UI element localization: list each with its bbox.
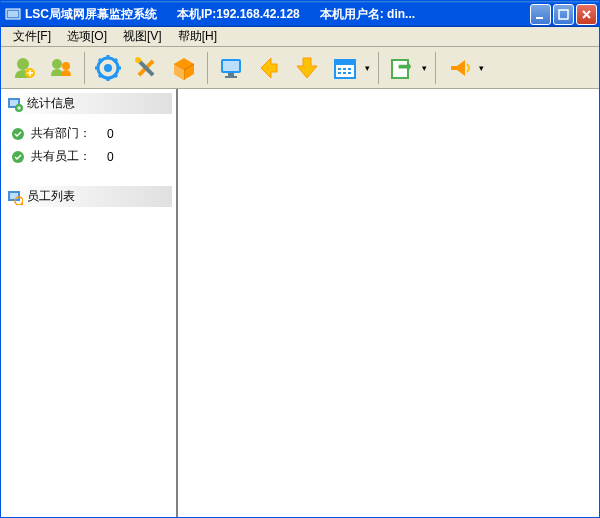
menu-help[interactable]: 帮助[H] (170, 26, 225, 47)
download-button[interactable] (289, 50, 325, 86)
check-icon (11, 127, 25, 141)
menu-options[interactable]: 选项[O] (59, 26, 115, 47)
tools-button[interactable] (128, 50, 164, 86)
svg-rect-31 (343, 72, 346, 74)
toolbar: ▾ ▾ ▾ (1, 47, 599, 89)
monitor-button[interactable] (213, 50, 249, 86)
titlebar: LSC局域网屏幕监控系统 本机IP:192.168.42.128 本机用户名: … (1, 1, 599, 27)
svg-point-9 (104, 64, 112, 72)
window-controls (530, 4, 597, 25)
svg-rect-27 (338, 68, 341, 70)
svg-rect-32 (348, 72, 351, 74)
svg-point-7 (62, 62, 70, 70)
export-dropdown-icon[interactable]: ▾ (422, 63, 430, 73)
emp-label: 共有员工： (31, 148, 101, 165)
svg-rect-26 (335, 60, 355, 65)
svg-rect-1 (8, 11, 18, 17)
list-header: 员工列表 (5, 186, 172, 207)
main-area (178, 89, 599, 517)
app-title: LSC局域网屏幕监控系统 (25, 6, 157, 23)
svg-rect-23 (228, 73, 234, 76)
toolbar-separator (435, 52, 436, 84)
svg-point-6 (52, 59, 62, 69)
minimize-button[interactable] (530, 4, 551, 25)
sidebar: 统计信息 共有部门： 0 共有员工： 0 员工列表 (1, 89, 178, 517)
toolbar-separator (84, 52, 85, 84)
dept-count: 0 (107, 127, 114, 141)
svg-rect-22 (223, 61, 239, 71)
toolbar-separator (378, 52, 379, 84)
check-icon (11, 150, 25, 164)
titlebar-text: LSC局域网屏幕监控系统 本机IP:192.168.42.128 本机用户名: … (25, 6, 530, 23)
svg-point-20 (135, 57, 141, 63)
svg-line-17 (114, 59, 117, 62)
stats-icon (7, 96, 23, 112)
dept-label: 共有部门： (31, 125, 101, 142)
stats-header-label: 统计信息 (27, 95, 75, 112)
settings-button[interactable] (90, 50, 126, 86)
maximize-button[interactable] (553, 4, 574, 25)
menubar: 文件[F] 选项[O] 视图[V] 帮助[H] (1, 27, 599, 47)
svg-rect-33 (392, 60, 408, 78)
emp-count: 0 (107, 150, 114, 164)
back-button[interactable] (251, 50, 287, 86)
app-window: LSC局域网屏幕监控系统 本机IP:192.168.42.128 本机用户名: … (0, 0, 600, 518)
announce-dropdown-icon[interactable]: ▾ (479, 63, 487, 73)
user-add-button[interactable] (5, 50, 41, 86)
package-button[interactable] (166, 50, 202, 86)
menu-view[interactable]: 视图[V] (115, 26, 170, 47)
list-header-label: 员工列表 (27, 188, 75, 205)
toolbar-separator (207, 52, 208, 84)
svg-rect-24 (225, 76, 237, 78)
stats-header: 统计信息 (5, 93, 172, 114)
calendar-dropdown-icon[interactable]: ▾ (365, 63, 373, 73)
content-area: 统计信息 共有部门： 0 共有员工： 0 员工列表 (1, 89, 599, 517)
user-info: 本机用户名: din... (320, 6, 415, 23)
svg-line-15 (114, 74, 117, 77)
ip-info: 本机IP:192.168.42.128 (177, 6, 300, 23)
emp-stat-row: 共有员工： 0 (5, 145, 172, 168)
svg-rect-30 (338, 72, 341, 74)
list-icon (7, 189, 23, 205)
svg-rect-2 (536, 17, 543, 19)
dept-stat-row: 共有部门： 0 (5, 122, 172, 145)
svg-point-4 (17, 58, 29, 70)
svg-rect-3 (559, 10, 568, 19)
user-pair-button[interactable] (43, 50, 79, 86)
svg-rect-28 (343, 68, 346, 70)
export-button[interactable] (384, 50, 420, 86)
svg-line-14 (99, 59, 102, 62)
svg-line-16 (99, 74, 102, 77)
calendar-button[interactable] (327, 50, 363, 86)
announce-button[interactable] (441, 50, 477, 86)
menu-file[interactable]: 文件[F] (5, 26, 59, 47)
close-button[interactable] (576, 4, 597, 25)
app-icon (5, 6, 21, 22)
svg-rect-29 (348, 68, 351, 70)
